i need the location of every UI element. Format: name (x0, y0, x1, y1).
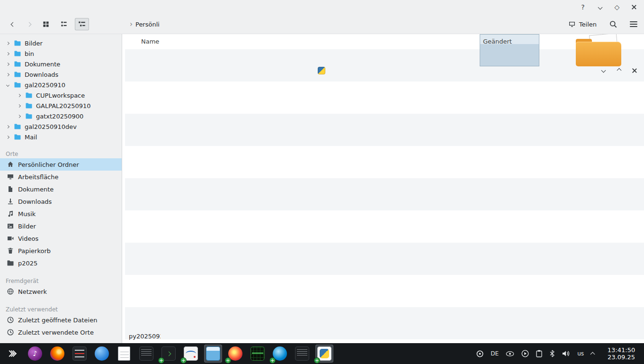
taskbar-konsole[interactable] (137, 345, 155, 363)
bluetooth-icon[interactable] (549, 350, 555, 357)
expand-chevron-icon[interactable] (16, 115, 22, 118)
sidebar-place-musik[interactable]: Musik (0, 208, 122, 220)
tree-item-label: gal20250910dev (25, 123, 77, 130)
taskbar-firefox[interactable] (48, 345, 66, 363)
running-badge (158, 357, 164, 364)
terminal-icon (139, 346, 153, 361)
sidebar-place-persoenlicher-ordner[interactable]: Persönlicher Ordner (0, 158, 122, 171)
sidebar-tree-bin[interactable]: bin (0, 48, 122, 59)
sidebar-tree-dokumente[interactable]: Dokumente (0, 59, 122, 69)
compact-view-button[interactable] (57, 18, 71, 30)
sidebar-tree-galpal20250910[interactable]: GALPAL20250910 (0, 100, 122, 111)
sidebar-tree-gal20250910dev[interactable]: gal20250910dev (0, 121, 122, 132)
keyboard-layout-us[interactable]: us (577, 350, 584, 357)
sidebar-place-bilder[interactable]: Bilder (0, 220, 122, 232)
taskbar-firefox-2[interactable] (226, 345, 244, 363)
sidebar-tree-bilder[interactable]: Bilder (0, 38, 122, 48)
expand-chevron-icon[interactable] (5, 136, 10, 138)
sidebar-place-netzwerk[interactable]: Netzwerk (0, 285, 122, 298)
column-header-name[interactable]: Name (141, 38, 159, 45)
taskbar-blue-app[interactable] (93, 345, 111, 363)
column-header-geaendert[interactable]: Geändert (483, 38, 512, 45)
sidebar-place-zuletzt-orte[interactable]: Zuletzt verwendete Orte (0, 326, 122, 338)
hamburger-menu-icon[interactable] (630, 20, 637, 28)
sidebar-place-arbeitsflaeche[interactable]: Arbeitsfläche (0, 171, 122, 183)
taskbar-blue-browser[interactable] (271, 345, 289, 363)
close-button[interactable] (631, 67, 638, 74)
tree-item-label: Dokumente (25, 61, 60, 68)
taskbar-gtkwave[interactable] (249, 345, 267, 363)
media-playback-icon[interactable] (521, 350, 529, 357)
expand-chevron-icon[interactable] (5, 73, 10, 76)
column-headers: Name Geändert (122, 34, 644, 49)
breadcrumb[interactable]: › Persönli (130, 20, 160, 28)
share-button[interactable]: Teilen (568, 20, 597, 28)
minimize-button[interactable] (596, 3, 604, 11)
taskbar-text-editor[interactable] (115, 345, 133, 363)
expand-chevron-icon[interactable] (5, 126, 10, 128)
sidebar-tree-gatxt20250900[interactable]: gatxt20250900 (0, 111, 122, 121)
expand-chevron-icon[interactable] (5, 63, 10, 65)
minimize-button[interactable] (599, 67, 607, 74)
details-view-button[interactable] (75, 18, 89, 30)
tree-item-label: Bilder (25, 40, 43, 47)
tray-status-icon[interactable] (476, 350, 483, 357)
clipboard-icon[interactable] (536, 350, 542, 357)
icons-view-button[interactable] (39, 18, 53, 30)
dolphin-titlebar[interactable]: ? ◇ › Persönli Teilen (0, 0, 644, 34)
clock[interactable]: 13:41:50 23.09.25 (603, 346, 639, 361)
place-label: Zuletzt verwendete Orte (18, 329, 94, 336)
wave-analyzer-icon (250, 346, 265, 361)
collapse-chevron-icon[interactable] (5, 84, 10, 86)
back-button[interactable] (7, 18, 19, 30)
place-label: p2025 (18, 260, 37, 267)
sidebar-place-dokumente[interactable]: Dokumente (0, 183, 122, 195)
taskbar-idle-python[interactable] (315, 345, 333, 363)
volume-icon[interactable] (562, 350, 570, 357)
sidebar-place-videos[interactable]: Videos (0, 232, 122, 245)
sidebar-tree-cuplworkspace[interactable]: CUPLworkspace (0, 90, 122, 100)
expand-chevron-icon[interactable] (5, 42, 10, 45)
taskbar-music-player[interactable]: ♪ (26, 345, 44, 363)
search-icon[interactable] (609, 20, 617, 28)
sidebar-tree-gal20250910[interactable]: gal20250910 (0, 80, 122, 90)
sidebar-tree-mail[interactable]: Mail (0, 132, 122, 142)
video-icon (7, 235, 14, 242)
sidebar-place-zuletzt-dateien[interactable]: Zuletzt geöffnete Dateien (0, 314, 122, 326)
app-launcher-button[interactable] (4, 345, 22, 363)
folder-icon (14, 81, 21, 89)
place-label: Netzwerk (18, 288, 47, 295)
sidebar-place-papierkorb[interactable]: Papierkorb (0, 245, 122, 257)
terminal-icon (295, 346, 309, 361)
taskbar-circuit-sim[interactable] (182, 345, 200, 363)
sidebar-tree-downloads[interactable]: Downloads (0, 69, 122, 80)
close-button[interactable] (630, 3, 638, 11)
taskbar-audio-mixer[interactable] (71, 345, 89, 363)
file-name-label[interactable]: py20250923.py (129, 333, 161, 340)
taskbar-xterm[interactable] (293, 345, 311, 363)
place-label: Bilder (18, 223, 36, 230)
tray-expand-icon[interactable] (591, 350, 594, 357)
taskbar-terminal[interactable] (160, 345, 178, 363)
forward-button[interactable] (23, 18, 35, 30)
sidebar-place-downloads[interactable]: Downloads (0, 195, 122, 208)
restore-button[interactable]: ◇ (613, 3, 621, 11)
file-view[interactable]: Name Geändert py20250923.py (122, 34, 644, 364)
sidebar-place-p2025[interactable]: p2025 (0, 257, 122, 269)
help-button[interactable]: ? (579, 3, 587, 11)
music-note-icon (7, 210, 14, 218)
file-list-rows[interactable] (125, 49, 644, 364)
folder-icon (25, 91, 33, 99)
expand-chevron-icon[interactable] (5, 53, 10, 55)
expand-chevron-icon[interactable] (16, 105, 22, 107)
folder-icon (25, 102, 33, 109)
expand-chevron-icon[interactable] (16, 94, 22, 97)
clock-icon (7, 316, 14, 324)
folder-icon (14, 50, 21, 57)
tray-eye-icon[interactable] (506, 351, 514, 356)
breadcrumb-label[interactable]: Persönli (135, 21, 160, 28)
maximize-button[interactable] (615, 67, 623, 74)
keyboard-layout-de[interactable]: DE (491, 350, 499, 357)
taskbar-file-manager[interactable] (204, 345, 222, 363)
running-badge (269, 357, 276, 364)
